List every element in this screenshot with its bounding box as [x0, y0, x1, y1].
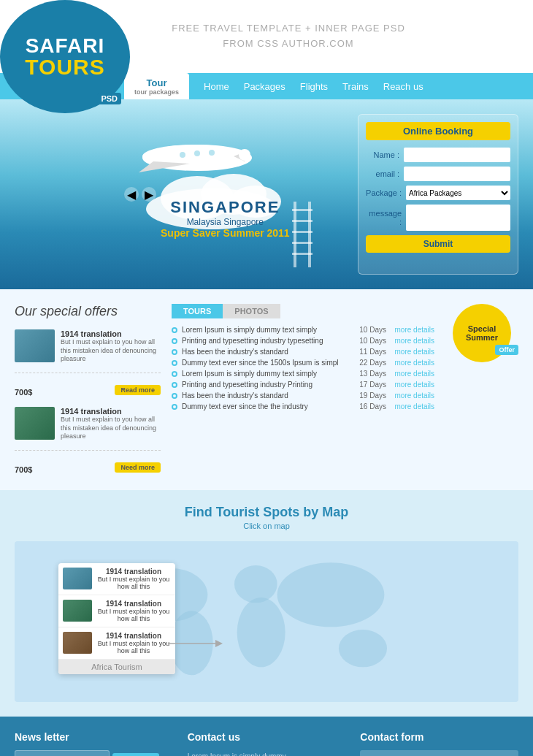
map-popup-text-3: 1914 translation But I must explain to y… [96, 632, 171, 654]
tours-tabs: TOURS PHOTOS [172, 304, 434, 318]
badge-circle: Special Summer Offer [453, 304, 511, 362]
offer-price-2: 700$ [15, 462, 32, 476]
tours-list: Lorem Ipsum is simply dummy text simply … [172, 326, 434, 411]
tour-more-8[interactable]: more details [391, 402, 434, 411]
map-arrow-icon [168, 636, 226, 651]
hero-sub: Malaysia Singapore [161, 217, 290, 227]
newsletter-form: Subscribe [15, 750, 173, 756]
offer-info-1: 1914 translation But I must explain to y… [61, 329, 161, 364]
svg-point-5 [180, 152, 185, 158]
map-popup: 1914 translation But I must explain to y… [58, 563, 175, 674]
logo-circle: SAFARI TOURS PSD [0, 0, 130, 113]
booking-form: Online Booking Name : email : Package : … [358, 114, 518, 275]
name-input[interactable] [404, 148, 510, 162]
svg-rect-13 [308, 202, 311, 267]
footer-contact-us: Contact us Lorem Ipsum is simply dummy P… [188, 731, 346, 756]
tour-bullet-8 [172, 404, 177, 410]
tour-more-6[interactable]: more details [391, 381, 434, 389]
package-select[interactable]: Africa Packages Asia Packages Europe Pac… [406, 186, 510, 200]
map-title: Find Tourist Spots by Map [15, 505, 518, 520]
offer-info-2: 1914 translation But I must explain to y… [61, 407, 161, 441]
newsletter-input[interactable] [15, 750, 110, 756]
nav-tour-label: Tour [147, 77, 167, 88]
nav-links: Home Packages Flights Trains Reach us [204, 81, 423, 92]
tour-days-8: 16 Days [350, 402, 386, 411]
tour-row-5: Lorem Ipsum is simply dummy text simply … [172, 370, 434, 378]
tour-days-2: 10 Days [350, 337, 386, 345]
map-popup-item-1: 1914 translation But I must explain to y… [58, 563, 175, 595]
svg-marker-26 [215, 640, 223, 647]
map-container[interactable]: 1914 translation But I must explain to y… [15, 541, 518, 702]
contact-us-title: Contact us [188, 731, 346, 743]
nav-home[interactable]: Home [204, 81, 229, 92]
offer-title-2: 1914 translation [61, 407, 161, 416]
tour-more-4[interactable]: more details [391, 359, 434, 367]
prev-arrow[interactable]: ◀ [124, 187, 139, 202]
email-input[interactable] [404, 167, 510, 181]
contact-desc: Lorem Ipsum is simply dummy Printing and… [188, 750, 346, 756]
svg-point-23 [277, 562, 385, 627]
read-more-button-1[interactable]: Read more [115, 385, 161, 395]
nav-flights[interactable]: Flights [300, 81, 328, 92]
form-row-name: Name : [366, 148, 510, 162]
tour-days-5: 13 Days [350, 370, 386, 378]
tour-name-8: Dummy text ever since the the industry [182, 402, 345, 411]
svg-point-6 [194, 150, 200, 156]
nav-reach-us[interactable]: Reach us [383, 81, 423, 92]
footer-top: News letter Subscribe Social media t f i… [15, 731, 518, 756]
tab-tours[interactable]: TOURS [172, 304, 223, 318]
map-popup-label: Africa Tourism [58, 660, 175, 674]
svg-rect-16 [292, 231, 312, 233]
booking-submit-button[interactable]: Submit [366, 235, 510, 253]
next-arrow[interactable]: ▶ [142, 187, 156, 202]
tagline-line2: FROM CSS AUTHOR.COM [172, 37, 405, 52]
badge-special: Special [468, 324, 496, 333]
logo-psd-badge: PSD [97, 93, 121, 104]
tour-more-7[interactable]: more details [391, 392, 434, 400]
nav-packages[interactable]: Packages [244, 81, 285, 92]
email-label: email : [366, 169, 404, 178]
logo-safari-text: SAFARI [26, 36, 105, 56]
tour-more-3[interactable]: more details [391, 348, 434, 356]
svg-point-7 [209, 150, 215, 156]
message-label: message : [366, 209, 406, 226]
message-input[interactable] [406, 205, 510, 231]
map-section: Find Tourist Spots by Map Click on map 1… [0, 490, 533, 717]
offer-thumb-1 [15, 329, 55, 362]
read-more-button-2[interactable]: Need more [115, 462, 161, 473]
contact-form-name[interactable] [360, 750, 518, 756]
offers-section: Our special offers 1914 translation But … [0, 289, 533, 490]
tour-more-2[interactable]: more details [391, 337, 434, 345]
map-popup-text-2: 1914 translation But I must explain to y… [96, 600, 171, 622]
offer-thumb-2 [15, 407, 55, 440]
tour-row-1: Lorem Ipsum is simply dummy text simply … [172, 326, 434, 334]
badge-summer: Summer [466, 333, 498, 342]
svg-point-22 [237, 597, 285, 667]
map-popup-thumb-2 [63, 600, 92, 622]
hero-left: SINGAPORE Malaysia Singapore Super Saver… [124, 114, 358, 275]
offer-price-1: 700$ [15, 385, 32, 398]
hero-destination: SINGAPORE [161, 198, 290, 217]
tour-more-5[interactable]: more details [391, 370, 434, 378]
map-popup-thumb-1 [63, 568, 92, 589]
svg-rect-17 [292, 242, 312, 244]
tour-row-7: Has been the industry's standard 19 Days… [172, 392, 434, 400]
svg-rect-15 [292, 220, 312, 222]
form-row-package: Package : Africa Packages Asia Packages … [366, 186, 510, 200]
map-popup-text-1: 1914 translation But I must explain to y… [96, 568, 171, 590]
tour-row-3: Has been the industry's standard 11 Days… [172, 348, 434, 356]
footer-contact-form: Contact form Submit [360, 731, 518, 756]
subscribe-button[interactable]: Subscribe [112, 753, 159, 756]
nav-trains[interactable]: Trains [342, 81, 369, 92]
svg-rect-14 [292, 209, 312, 211]
tour-row-2: Printing and typesetting industry typese… [172, 337, 434, 345]
nav-tour-button[interactable]: Tour tour packages [124, 73, 189, 99]
tab-photos[interactable]: PHOTOS [223, 304, 280, 318]
tour-more-1[interactable]: more details [391, 326, 434, 334]
tour-name-6: Printing and typesetting industry Printi… [182, 381, 345, 389]
booking-title: Online Booking [366, 122, 510, 140]
tour-bullet-1 [172, 327, 177, 333]
hero-text: SINGAPORE Malaysia Singapore Super Saver… [161, 198, 290, 239]
form-row-email: email : [366, 167, 510, 181]
special-offers: Our special offers 1914 translation But … [15, 304, 161, 476]
